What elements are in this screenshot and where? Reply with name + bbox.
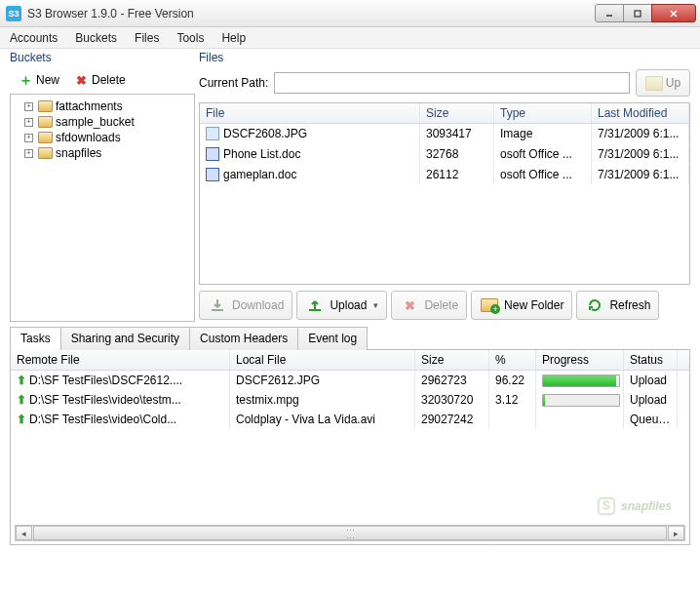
upload-button[interactable]: Upload▾ xyxy=(296,291,387,320)
col-header-file[interactable]: File xyxy=(200,103,420,123)
col-header-progress[interactable]: Progress xyxy=(536,350,624,370)
expander-icon[interactable]: + xyxy=(24,118,33,127)
tab-sharing[interactable]: Sharing and Security xyxy=(60,327,190,350)
expander-icon[interactable]: + xyxy=(24,134,33,142)
task-size: 2962723 xyxy=(415,371,489,390)
svg-rect-5 xyxy=(309,309,321,311)
file-name: DSCF2608.JPG xyxy=(223,127,307,140)
new-bucket-label: New xyxy=(36,73,59,87)
upload-arrow-icon: ⬆ xyxy=(17,393,26,407)
scroll-right-button[interactable]: ▸ xyxy=(668,526,684,540)
col-header-size[interactable]: Size xyxy=(420,103,494,123)
file-name: gameplan.doc xyxy=(223,168,296,181)
delete-label: Delete xyxy=(424,298,458,312)
upload-arrow-icon: ⬆ xyxy=(17,413,26,426)
delete-bucket-button[interactable]: ✖ Delete xyxy=(67,69,132,91)
folder-icon xyxy=(38,132,53,143)
local-file: Coldplay - Viva La Vida.avi xyxy=(230,410,415,429)
menu-tools[interactable]: Tools xyxy=(176,31,204,45)
scroll-thumb[interactable] xyxy=(33,526,667,540)
horizontal-scrollbar[interactable]: ◂ ▸ xyxy=(15,525,685,541)
table-row[interactable]: DSCF2608.JPG 3093417 Image 7/31/2009 6:1… xyxy=(200,124,689,144)
download-button[interactable]: Download xyxy=(199,291,292,320)
window-maximize-button[interactable] xyxy=(623,4,652,22)
col-header-modified[interactable]: Last Modified xyxy=(592,103,689,123)
table-row[interactable]: ⬆D:\SF TestFiles\video\testm...testmix.m… xyxy=(11,390,689,410)
expander-icon[interactable]: + xyxy=(24,102,33,111)
files-table-header: File Size Type Last Modified xyxy=(200,103,689,124)
refresh-button[interactable]: Refresh xyxy=(576,291,659,320)
remote-file: D:\SF TestFiles\video\testm... xyxy=(29,393,181,407)
file-modified: 7/31/2009 6:1... xyxy=(592,144,689,164)
remote-file: D:\SF TestFiles\video\Cold... xyxy=(29,413,176,426)
file-modified: 7/31/2009 6:1... xyxy=(592,124,689,143)
menu-accounts[interactable]: Accounts xyxy=(10,31,58,45)
folder-icon xyxy=(38,147,53,159)
files-table: File Size Type Last Modified DSCF2608.JP… xyxy=(199,102,690,285)
upload-arrow-icon: ⬆ xyxy=(17,374,26,387)
task-size: 32030720 xyxy=(415,390,489,410)
bucket-name: fattachments xyxy=(56,99,123,113)
table-row[interactable]: gameplan.doc 26112 osoft Office ... 7/31… xyxy=(200,165,689,185)
svg-rect-4 xyxy=(212,309,223,311)
tab-bar: Tasks Sharing and Security Custom Header… xyxy=(10,326,690,350)
bucket-name: sample_bucket xyxy=(56,115,135,129)
progress-bar xyxy=(542,394,620,407)
col-header-remote[interactable]: Remote File xyxy=(11,350,230,370)
tab-custom-headers[interactable]: Custom Headers xyxy=(189,327,298,350)
task-percent: 3.12 xyxy=(489,390,536,410)
new-folder-icon: + xyxy=(480,296,499,315)
table-row[interactable]: ⬆D:\SF TestFiles\DSCF2612....DSCF2612.JP… xyxy=(11,371,689,390)
up-button[interactable]: Up xyxy=(636,69,690,97)
bucket-item[interactable]: +sample_bucket xyxy=(11,114,194,130)
col-header-local[interactable]: Local File xyxy=(230,350,415,370)
doc-file-icon xyxy=(206,168,219,181)
files-panel: Files Current Path: Up File Size Type La… xyxy=(199,51,690,322)
plus-icon: ＋ xyxy=(18,72,33,88)
current-path-input[interactable] xyxy=(274,72,630,94)
col-header-status[interactable]: Status xyxy=(624,350,678,370)
window-close-button[interactable] xyxy=(651,4,696,22)
col-header-percent[interactable]: % xyxy=(489,350,536,370)
table-row[interactable]: ⬆D:\SF TestFiles\video\Cold...Coldplay -… xyxy=(11,410,689,429)
files-toolbar: Download Upload▾ ✖Delete +New Folder Ref… xyxy=(199,285,690,322)
col-header-type[interactable]: Type xyxy=(494,103,592,123)
expander-icon[interactable]: + xyxy=(24,149,33,158)
image-file-icon xyxy=(206,127,219,140)
bucket-item[interactable]: +snapfiles xyxy=(11,145,194,161)
scroll-left-button[interactable]: ◂ xyxy=(16,526,32,540)
delete-icon: ✖ xyxy=(400,296,419,315)
delete-file-button[interactable]: ✖Delete xyxy=(391,291,467,320)
file-modified: 7/31/2009 6:1... xyxy=(592,165,689,184)
tab-tasks[interactable]: Tasks xyxy=(10,327,61,350)
local-file: DSCF2612.JPG xyxy=(230,371,415,390)
window-title: S3 Browser 1.9.0 - Free Version xyxy=(27,7,596,20)
files-title: Files xyxy=(199,51,690,64)
svg-rect-1 xyxy=(635,11,641,17)
new-folder-label: New Folder xyxy=(504,298,564,312)
window-minimize-button[interactable] xyxy=(595,4,624,22)
window-titlebar: S3 S3 Browser 1.9.0 - Free Version xyxy=(0,0,700,27)
col-header-size[interactable]: Size xyxy=(415,350,489,370)
tasks-table: Remote File Local File Size % Progress S… xyxy=(10,350,690,545)
menu-files[interactable]: Files xyxy=(135,31,159,45)
menu-buckets[interactable]: Buckets xyxy=(75,31,117,45)
task-size: 29027242 xyxy=(415,410,489,429)
bucket-item[interactable]: +fattachments xyxy=(11,98,194,114)
new-bucket-button[interactable]: ＋ New xyxy=(12,69,65,91)
refresh-label: Refresh xyxy=(609,298,650,312)
folder-icon xyxy=(38,100,53,112)
tasks-table-header: Remote File Local File Size % Progress S… xyxy=(11,350,689,371)
file-size: 3093417 xyxy=(420,124,494,143)
bucket-item[interactable]: +sfdownloads xyxy=(11,130,194,145)
upload-label: Upload xyxy=(330,298,367,312)
table-row[interactable]: Phone List.doc 32768 osoft Office ... 7/… xyxy=(200,144,689,165)
menu-help[interactable]: Help xyxy=(221,31,246,45)
new-folder-button[interactable]: +New Folder xyxy=(471,291,572,320)
menu-bar: Accounts Buckets Files Tools Help xyxy=(0,27,700,49)
delete-bucket-label: Delete xyxy=(92,73,126,87)
file-size: 26112 xyxy=(420,165,494,184)
tab-event-log[interactable]: Event log xyxy=(297,327,368,350)
bucket-tree[interactable]: +fattachments +sample_bucket +sfdownload… xyxy=(10,94,195,322)
delete-icon: ✖ xyxy=(73,72,89,88)
